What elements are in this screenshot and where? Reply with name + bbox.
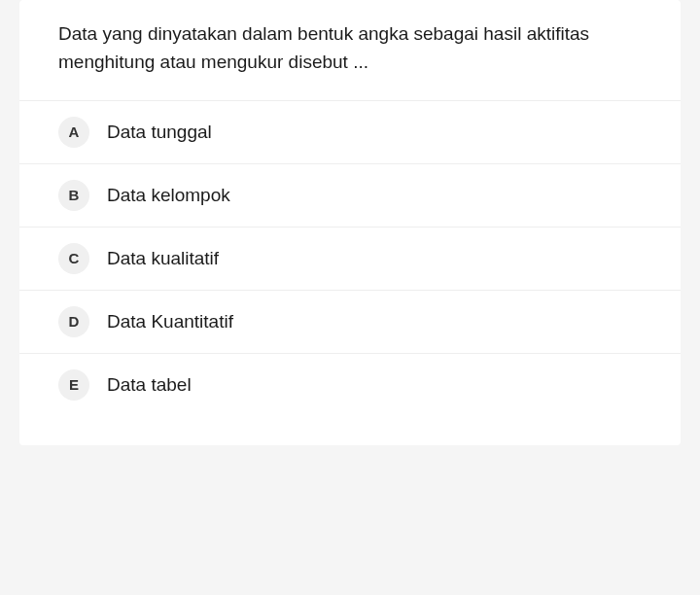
option-text: Data kualitatif	[107, 248, 219, 269]
option-text: Data tabel	[107, 374, 192, 396]
option-letter: C	[58, 243, 89, 274]
option-c[interactable]: C Data kualitatif	[19, 227, 681, 290]
option-letter: D	[58, 306, 89, 337]
question-card: Data yang dinyatakan dalam bentuk angka …	[19, 0, 681, 445]
option-letter: A	[58, 117, 89, 148]
question-text: Data yang dinyatakan dalam bentuk angka …	[19, 0, 681, 100]
option-b[interactable]: B Data kelompok	[19, 163, 681, 227]
option-text: Data Kuantitatif	[107, 311, 233, 332]
option-letter: B	[58, 180, 89, 211]
options-list: A Data tunggal B Data kelompok C Data ku…	[19, 100, 681, 416]
option-text: Data tunggal	[107, 122, 212, 143]
option-a[interactable]: A Data tunggal	[19, 100, 681, 163]
option-e[interactable]: E Data tabel	[19, 353, 681, 416]
option-letter: E	[58, 369, 89, 401]
option-text: Data kelompok	[107, 185, 230, 206]
option-d[interactable]: D Data Kuantitatif	[19, 290, 681, 353]
